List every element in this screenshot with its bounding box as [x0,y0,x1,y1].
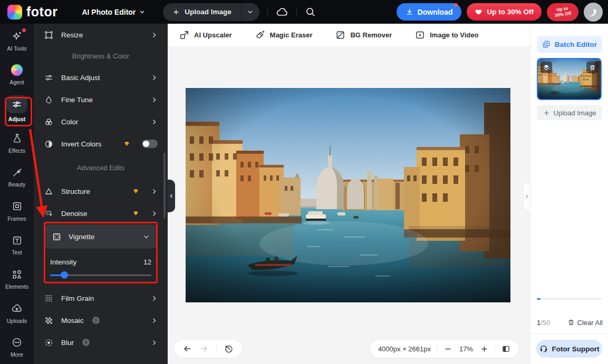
image-thumbnail[interactable] [537,58,602,100]
chevron-down-icon [139,9,145,15]
expand-panel-handle[interactable] [523,182,530,211]
cloud-upload-icon [11,302,23,315]
sidebar-item-beauty[interactable]: Beauty [0,160,34,194]
section-header-advanced-edits: Advanced Edits [34,155,168,180]
user-avatar[interactable] [584,3,603,22]
promo-badge[interactable]: Up to 30% Off [547,3,578,21]
panel-item-blur[interactable]: Blur ? [34,331,168,353]
triangle-icon [44,186,54,196]
tool-magic-eraser[interactable]: Magic Eraser [255,30,313,40]
bird-icon [587,6,600,18]
plus-icon [543,110,550,116]
text-icon [11,234,23,247]
trash-icon[interactable] [586,62,598,73]
sidebar-item-label: More [11,351,23,358]
tool-sidebar: AI Tools Agent Adjust Effects Beauty Fra… [0,24,34,364]
reset-history-button[interactable] [224,344,234,353]
mosaic-icon [44,316,54,326]
premium-gem-icon [133,189,139,194]
shapes-icon [11,268,23,281]
sidebar-item-agent[interactable]: Agent [0,58,34,92]
panel-item-structure[interactable]: Structure [34,180,168,202]
panel-item-mosaic[interactable]: Mosaic ? [34,309,168,331]
intensity-slider[interactable] [50,271,151,279]
tool-image-to-video[interactable]: Image to Video [415,30,478,40]
panel-item-film-grain[interactable]: Film Grain [34,287,168,309]
help-icon[interactable]: ? [92,317,100,324]
chevron-right-icon [151,339,158,346]
panel-item-label: Invert Colors [61,140,102,148]
upload-image-split-button: Upload Image [163,3,259,21]
panel-item-invert-colors[interactable]: Invert Colors [34,133,168,155]
panel-item-denoise[interactable]: Denoise [34,202,168,224]
blur-icon [44,338,54,348]
panel-item-basic-adjust[interactable]: Basic Adjust [34,66,168,88]
panel-item-resize[interactable]: Resize [34,24,168,46]
compare-button[interactable] [501,345,510,353]
sparkle-icon [11,30,23,43]
tool-label: Magic Eraser [270,31,313,39]
heart-icon [475,8,482,16]
upload-image-dropdown[interactable] [242,3,259,21]
editor-canvas: AI Upscaler Magic Eraser BG Remover Imag… [168,24,530,364]
sidebar-item-ai-tools[interactable]: AI Tools [0,24,34,58]
panel-item-label: Mosaic [61,317,84,324]
fotor-logo[interactable]: fotor [0,4,57,19]
sidebar-item-label: Effects [8,147,25,154]
fotor-logo-text: fotor [26,4,57,19]
sidebar-item-effects[interactable]: Effects [0,126,34,160]
panel-item-fine-tune[interactable]: Fine Tune [34,88,168,111]
plus-icon [172,8,180,16]
tool-bg-remover[interactable]: BG Remover [335,30,392,40]
adjust-panel: Resize Brightness & Color Basic Adjust F… [34,24,168,364]
divider [267,8,268,16]
tool-label: Image to Video [430,31,478,39]
upload-image-secondary-label: Upload Image [554,109,596,117]
zoom-out-button[interactable] [444,345,452,353]
fotor-support-button[interactable]: Fotor Support [536,340,602,358]
layers-icon[interactable] [541,62,552,73]
redo-button[interactable] [199,344,209,353]
batch-editor-button[interactable]: Batch Editor [537,36,602,53]
panel-item-vignette[interactable]: Vignette [44,224,157,249]
upload-image-button[interactable]: Upload Image [163,3,242,21]
zoom-in-button[interactable] [480,345,488,353]
invert-colors-toggle[interactable] [142,140,158,148]
panel-item-label: Vignette [69,233,94,241]
promo-button[interactable]: Up to 30% Off [467,3,542,21]
search-icon[interactable] [305,6,316,17]
section-header-brightness-color: Brightness & Color [34,46,168,66]
sidebar-item-label: Text [12,249,22,255]
sidebar-item-uploads[interactable]: Uploads [0,296,34,330]
sidebar-item-label: AI Tools [7,45,26,52]
help-icon[interactable]: ? [82,339,90,346]
editor-menu-label: AI Photo Editor [82,8,136,16]
collapse-panel-handle[interactable] [168,180,175,212]
chevron-down-icon [247,9,253,15]
clear-all-label: Clear All [577,319,603,327]
batch-usage-progress [537,298,602,300]
download-button[interactable]: Download [397,3,462,21]
divider [437,345,438,353]
undo-button[interactable] [182,344,192,353]
panel-item-label: Denoise [61,210,88,218]
clear-all-button[interactable]: Clear All [567,319,603,327]
sidebar-item-frames[interactable]: Frames [0,194,34,228]
panel-scrollbar[interactable] [163,153,166,219]
sidebar-item-adjust[interactable]: Adjust [0,92,34,126]
cloud-sync-icon[interactable] [276,6,288,18]
intensity-value: 12 [143,258,151,266]
premium-gem-icon [124,141,130,146]
sidebar-item-text[interactable]: Text [0,228,34,262]
sidebar-item-more[interactable]: More [0,330,34,364]
tool-ai-upscaler[interactable]: AI Upscaler [179,30,232,40]
promo-label: Up to 30% Off [487,8,534,16]
sidebar-item-elements[interactable]: Elements [0,262,34,296]
sidebar-item-label: Beauty [8,181,26,188]
intensity-slider-knob[interactable] [61,271,68,279]
upload-image-secondary-button[interactable]: Upload Image [537,105,602,120]
editor-menu[interactable]: AI Photo Editor [82,8,145,16]
chevron-right-icon [151,317,158,324]
panel-item-color[interactable]: Color [34,111,168,133]
edited-photo-venice[interactable] [186,88,510,302]
